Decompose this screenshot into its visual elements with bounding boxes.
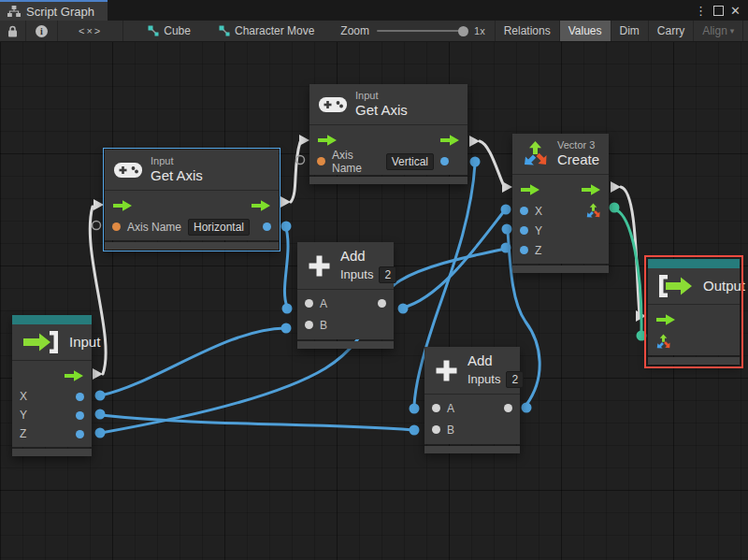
carry-button[interactable]: Carry (648, 21, 693, 41)
port-label: Axis Name (127, 221, 181, 234)
flow-out-arrow-icon (439, 134, 460, 147)
node-title: Add (468, 352, 524, 369)
node-body (648, 305, 740, 355)
info-icon: i (36, 25, 48, 37)
code-button[interactable]: <×> (58, 21, 123, 41)
node-title: Output (703, 278, 745, 294)
align-button[interactable]: Align ▾ (693, 21, 742, 41)
node-vector3-create[interactable]: Vector 3CreateXYZ (512, 134, 609, 273)
node-header[interactable]: Vector 3Create (512, 134, 609, 175)
input-port-dot[interactable] (305, 321, 313, 329)
zoom-control: Zoom 1x (324, 21, 494, 41)
info-button[interactable]: i (26, 21, 58, 41)
lock-icon (7, 25, 18, 37)
menu-icon[interactable]: ⋮ (695, 5, 707, 17)
close-icon[interactable]: ✕ (730, 5, 741, 17)
values-button[interactable]: Values (559, 21, 611, 41)
unit-color-bar (12, 315, 92, 324)
node-subtitle: Input (355, 90, 408, 102)
node-add-1[interactable]: AddInputs2AB (297, 242, 394, 349)
node-branch-icon (219, 25, 230, 36)
vector3-result-port-icon[interactable] (585, 203, 601, 219)
node-footer (12, 449, 92, 456)
node-branch-icon (148, 25, 159, 36)
distribute-button[interactable]: Distribute ▾ (742, 21, 748, 41)
code-icon: <×> (79, 25, 102, 36)
node-output-unit[interactable]: Output (648, 259, 740, 365)
node-get-axis-horizontal[interactable]: InputGet AxisAxis NameHorizontal (105, 150, 279, 250)
input-port-dot[interactable] (432, 425, 440, 434)
node-header[interactable]: AddInputs2 (424, 347, 520, 395)
node-body: XYZ (512, 175, 609, 264)
output-port-dot[interactable] (76, 393, 84, 401)
plus-icon (434, 358, 459, 383)
vector3-port-icon (655, 334, 671, 350)
output-port-dot[interactable] (76, 411, 84, 420)
node-row (105, 194, 279, 217)
input-port-dot[interactable] (520, 226, 528, 235)
output-port-dot[interactable] (504, 404, 512, 412)
node-body: Axis NameVertical (309, 125, 468, 175)
node-header[interactable]: InputGet Axis (309, 84, 468, 125)
gamepad-icon (319, 95, 347, 114)
breadcrumb-character-move[interactable]: Character Move (209, 21, 324, 41)
output-port-dot[interactable] (76, 430, 84, 438)
zoom-slider-knob[interactable] (458, 26, 468, 36)
tab-script-graph[interactable]: Script Graph (0, 0, 108, 21)
node-footer (648, 357, 740, 365)
port-label: A (320, 297, 327, 310)
node-row: X (512, 201, 609, 221)
zoom-slider[interactable] (377, 30, 467, 32)
inputs-count-field[interactable]: 2 (506, 371, 524, 388)
zoom-value: 1x (474, 25, 485, 36)
lock-button[interactable] (0, 21, 26, 41)
node-row (648, 308, 740, 331)
breadcrumb-label: Cube (164, 24, 191, 37)
tab-title: Script Graph (26, 5, 94, 19)
node-row (648, 331, 740, 352)
port-label: A (447, 402, 454, 415)
node-row: X (12, 387, 92, 406)
node-header[interactable]: AddInputs2 (297, 242, 394, 290)
relations-button[interactable]: Relations (495, 21, 559, 41)
node-footer (297, 341, 394, 349)
port-label: Axis Name (332, 149, 380, 175)
node-header[interactable]: Input (12, 324, 92, 361)
output-port-dot[interactable] (378, 299, 386, 308)
input-port-dot[interactable] (317, 157, 325, 165)
port-label: X (20, 390, 27, 403)
input-port-dot[interactable] (305, 299, 313, 308)
port-label: Z (20, 427, 26, 440)
inputs-count-field[interactable]: 2 (379, 266, 396, 283)
script-graph-window: Script Graph ⋮ ✕ i <×> (0, 0, 748, 560)
port-label: Y (535, 224, 542, 237)
flow-in-arrow-icon (112, 199, 133, 212)
node-add-2[interactable]: AddInputs2AB (424, 347, 520, 453)
node-get-axis-vertical[interactable]: InputGet AxisAxis NameVertical (309, 84, 468, 184)
node-header[interactable]: InputGet Axis (105, 150, 279, 191)
input-port-dot[interactable] (520, 207, 528, 215)
maximize-icon[interactable] (713, 6, 724, 16)
input-port-dot[interactable] (112, 223, 121, 231)
node-input-unit[interactable]: InputXYZ (12, 315, 92, 456)
node-row: Z (12, 424, 92, 443)
node-row: Axis NameHorizontal (105, 217, 279, 237)
dim-button[interactable]: Dim (611, 21, 648, 41)
output-port-dot[interactable] (263, 223, 271, 231)
value-field[interactable]: Horizontal (188, 219, 250, 236)
node-subtitle: Vector 3 (557, 139, 599, 151)
node-title: Get Axis (151, 167, 203, 184)
input-port-dot[interactable] (432, 404, 440, 412)
breadcrumb-cube[interactable]: Cube (138, 21, 200, 41)
node-header[interactable]: Output (648, 268, 740, 305)
output-port-dot[interactable] (440, 157, 449, 165)
inputs-label: Inputs (340, 267, 373, 282)
value-field[interactable]: Vertical (386, 153, 434, 170)
flow-out-arrow-icon (251, 199, 271, 212)
inputs-label: Inputs (468, 372, 500, 387)
input-port-dot[interactable] (520, 246, 528, 254)
flow-in-arrow-icon (317, 134, 338, 147)
port-label: B (447, 424, 454, 437)
outputarrow-icon (657, 274, 695, 298)
vector3-icon (522, 140, 549, 167)
